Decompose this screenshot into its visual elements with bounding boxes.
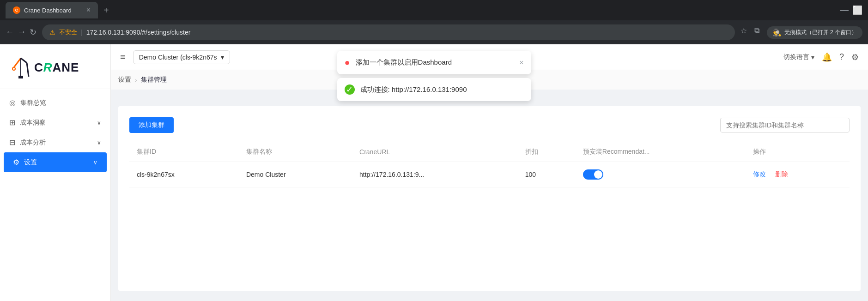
error-icon: ● <box>345 57 350 68</box>
address-separator: | <box>81 29 83 36</box>
cell-preinstall <box>576 162 746 187</box>
browser-chrome: C Crane Dashboard × + — ⬜ <box>0 0 868 20</box>
close-notification-button[interactable]: × <box>519 59 523 67</box>
add-cluster-button[interactable]: 添加集群 <box>129 117 174 133</box>
crane-text-logo: CRANE <box>34 60 79 75</box>
new-tab-button[interactable]: + <box>100 3 113 18</box>
cell-cluster-id: cls-9k2n67sx <box>129 162 239 187</box>
insecure-label: 不安全 <box>59 28 77 36</box>
svg-line-0 <box>14 58 21 67</box>
cluster-selector-value: Demo Cluster (cls-9k2n67s <box>139 54 217 61</box>
error-notification-message: 添加一个集群以启用Dashboard <box>356 58 452 67</box>
breadcrumb-separator: › <box>135 76 137 84</box>
cost-insight-icon: ⊞ <box>9 118 15 127</box>
col-crane-url: CraneURL <box>352 142 518 162</box>
address-url: 172.16.0.131:9090/#/settings/cluster <box>86 29 191 36</box>
crane-logo: CRANE <box>9 54 79 81</box>
delete-button[interactable]: 删除 <box>775 170 788 178</box>
cluster-table: 集群ID 集群名称 CraneURL 折扣 预安装Recommendat... … <box>129 142 850 187</box>
col-cluster-name: 集群名称 <box>239 142 352 162</box>
help-icon[interactable]: ? <box>839 52 844 62</box>
svg-line-1 <box>21 58 27 63</box>
preinstall-toggle[interactable] <box>583 169 603 180</box>
hamburger-button[interactable]: ≡ <box>120 52 126 62</box>
tab-title: Crane Dashboard <box>24 7 72 14</box>
cell-discount: 100 <box>518 162 576 187</box>
window-maximize-button[interactable]: ⬜ <box>852 5 862 15</box>
overview-icon: ◎ <box>9 98 16 107</box>
sidebar-item-overview[interactable]: ◎ 集群总览 <box>0 93 110 113</box>
tab-favicon: C <box>13 6 20 14</box>
chevron-down-icon: ∨ <box>97 139 101 146</box>
svg-line-2 <box>27 63 29 77</box>
sidebar-item-label: 成本洞察 <box>20 119 46 127</box>
success-icon: ✓ <box>345 84 355 95</box>
sidebar-item-cost-insight[interactable]: ⊞ 成本洞察 ∨ <box>0 113 110 132</box>
security-warning-icon: ⚠ <box>49 29 55 36</box>
edit-button[interactable]: 修改 <box>753 170 766 178</box>
incognito-icon: 🕵 <box>772 28 782 37</box>
breadcrumb-parent[interactable]: 设置 <box>118 76 131 84</box>
table-row: cls-9k2n67sx Demo Cluster http://172.16.… <box>129 162 850 187</box>
lang-chevron-icon: ▾ <box>811 54 814 61</box>
tab-bar: C Crane Dashboard × + <box>6 2 113 18</box>
table-body: cls-9k2n67sx Demo Cluster http://172.16.… <box>129 162 850 187</box>
main-content: 添加集群 集群ID 集群名称 CraneURL 折扣 预安装Recommenda… <box>111 99 868 301</box>
settings-gear-icon[interactable]: ⚙ <box>851 52 859 62</box>
svg-rect-5 <box>18 76 23 78</box>
window-minimize-button[interactable]: — <box>840 5 849 15</box>
sidebar-item-label: 成本分析 <box>20 138 46 147</box>
close-tab-button[interactable]: × <box>86 6 91 14</box>
header-icons: 🔔 ? ⚙ <box>822 52 859 62</box>
cell-crane-url: http://172.16.0.131:9... <box>352 162 518 187</box>
nav-buttons: ← → ↻ <box>6 27 36 37</box>
footer: CSDN @指针 <box>111 298 868 301</box>
cluster-selector-chevron: ▾ <box>221 54 224 61</box>
breadcrumb-current: 集群管理 <box>141 76 167 84</box>
search-input[interactable] <box>720 118 850 132</box>
svg-point-4 <box>12 67 15 70</box>
sidebar-item-cost-analysis[interactable]: ⊟ 成本分析 ∨ <box>0 132 110 152</box>
cluster-selector[interactable]: Demo Cluster (cls-9k2n67s ▾ <box>133 50 230 64</box>
lang-switch[interactable]: 切换语言 ▾ <box>783 53 814 61</box>
bell-icon[interactable]: 🔔 <box>822 52 832 62</box>
app-layout: CRANE ◎ 集群总览 ⊞ 成本洞察 ∨ ⊟ 成本分析 ∨ <box>0 44 868 301</box>
right-area: ≡ Demo Cluster (cls-9k2n67s ▾ 切换语言 ▾ 🔔 ?… <box>111 44 868 301</box>
sidebar-nav: ◎ 集群总览 ⊞ 成本洞察 ∨ ⊟ 成本分析 ∨ ⚙ 设置 ∨ <box>0 89 110 301</box>
lang-switch-label: 切换语言 <box>783 53 809 61</box>
incognito-info: 🕵 无痕模式（已打开 2 个窗口） <box>767 26 862 39</box>
cell-cluster-name: Demo Cluster <box>239 162 352 187</box>
table-header: 集群ID 集群名称 CraneURL 折扣 预安装Recommendat... … <box>129 142 850 162</box>
refresh-button[interactable]: ↻ <box>30 27 36 37</box>
col-discount: 折扣 <box>518 142 576 162</box>
split-view-icon[interactable]: ⧉ <box>754 26 759 39</box>
window-controls: — ⬜ <box>840 5 862 15</box>
sidebar-item-label: 设置 <box>24 158 37 167</box>
sidebar-item-label: 集群总览 <box>20 99 46 107</box>
content-wrapper: 添加集群 集群ID 集群名称 CraneURL 折扣 预安装Recommenda… <box>118 106 861 291</box>
toolbar: 添加集群 <box>129 117 850 133</box>
bookmark-icon[interactable]: ☆ <box>741 26 747 39</box>
settings-icon: ⚙ <box>13 158 19 167</box>
sidebar: CRANE ◎ 集群总览 ⊞ 成本洞察 ∨ ⊟ 成本分析 ∨ <box>0 44 111 301</box>
address-bar-right: ☆ ⧉ 🕵 无痕模式（已打开 2 个窗口） <box>741 26 862 39</box>
back-button[interactable]: ← <box>6 27 14 37</box>
forward-button[interactable]: → <box>18 27 26 37</box>
header-right: 切换语言 ▾ 🔔 ? ⚙ <box>783 52 859 62</box>
sidebar-item-settings[interactable]: ⚙ 设置 ∨ <box>4 152 107 172</box>
address-bar: ← → ↻ ⚠ 不安全 | 172.16.0.131:9090/#/settin… <box>0 20 868 44</box>
notifications-container: ● 添加一个集群以启用Dashboard × ✓ 成功连接: http://17… <box>337 51 531 101</box>
incognito-label: 无痕模式（已打开 2 个窗口） <box>784 29 857 36</box>
col-actions: 操作 <box>746 142 850 162</box>
cell-actions: 修改 删除 <box>746 162 850 187</box>
col-cluster-id: 集群ID <box>129 142 239 162</box>
sidebar-logo: CRANE <box>0 44 110 89</box>
active-tab[interactable]: C Crane Dashboard × <box>6 2 98 18</box>
cost-analysis-icon: ⊟ <box>9 138 15 147</box>
crane-logo-icon <box>9 54 32 81</box>
chevron-down-icon: ∨ <box>97 120 101 126</box>
chevron-down-icon: ∨ <box>93 159 97 166</box>
error-notification: ● 添加一个集群以启用Dashboard × <box>337 51 531 74</box>
address-input[interactable]: ⚠ 不安全 | 172.16.0.131:9090/#/settings/clu… <box>42 24 735 40</box>
success-notification: ✓ 成功连接: http://172.16.0.131:9090 <box>337 78 531 101</box>
